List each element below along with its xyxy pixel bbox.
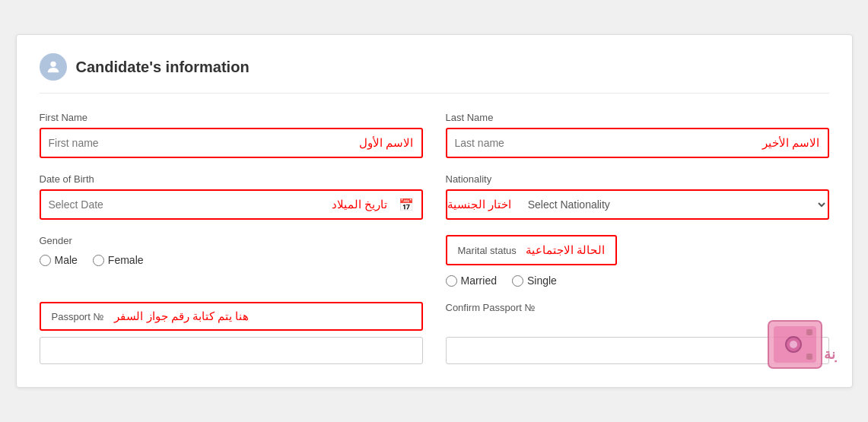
svg-text:خزنة: خزنة — [824, 347, 837, 363]
watermark: خزنة — [765, 317, 837, 375]
form-header: Candidate's information — [40, 53, 829, 94]
gender-female-text: Female — [108, 254, 144, 266]
last-name-group: Last Name الاسم الأخير — [446, 112, 829, 158]
svg-point-4 — [790, 341, 797, 348]
gender-female-radio[interactable] — [93, 255, 104, 266]
dob-arabic: تاريخ الميلاد — [221, 198, 388, 211]
svg-point-0 — [50, 62, 56, 67]
marital-label-box: Marital status الحالة الاجتماعية — [446, 235, 617, 265]
marital-single-text: Single — [527, 274, 557, 287]
nationality-arabic: اختار الجنسية — [447, 198, 517, 211]
marital-single-label[interactable]: Single — [512, 274, 557, 287]
passport-input[interactable] — [40, 337, 423, 364]
marital-label: Marital status — [458, 245, 517, 256]
nationality-label: Nationality — [446, 173, 829, 185]
dob-nationality-row: Date of Birth تاريخ الميلاد 📅 Nationalit… — [40, 173, 829, 220]
marital-married-label[interactable]: Married — [446, 274, 497, 287]
name-row: First Name الاسم الأول Last Name الاسم ا… — [40, 112, 829, 158]
gender-label: Gender — [40, 235, 423, 246]
page-title: Candidate's information — [76, 59, 250, 76]
candidate-form-card: Candidate's information First Name الاسم… — [16, 34, 853, 388]
last-name-field-wrapper: الاسم الأخير — [446, 128, 829, 158]
confirm-passport-label: Confirm Passport № — [446, 302, 829, 313]
marital-options: Married Single — [446, 274, 829, 287]
dob-label: Date of Birth — [40, 173, 423, 185]
svg-rect-5 — [806, 329, 812, 335]
gender-options: Male Female — [40, 254, 423, 266]
avatar-icon — [40, 53, 67, 81]
nationality-field-wrapper: اختار الجنسية Select Nationality Saudi A… — [446, 189, 829, 220]
last-name-input[interactable] — [455, 137, 634, 149]
dob-group: Date of Birth تاريخ الميلاد 📅 — [40, 173, 423, 220]
passport-row: Passport № هنا يتم كتابة رقم جواز السفر … — [40, 302, 829, 364]
gender-male-radio[interactable] — [40, 255, 51, 266]
first-name-group: First Name الاسم الأول — [40, 112, 423, 158]
gender-female-label[interactable]: Female — [93, 254, 144, 266]
passport-group: Passport № هنا يتم كتابة رقم جواز السفر — [40, 302, 423, 364]
gender-male-label[interactable]: Male — [40, 254, 78, 266]
dob-field-wrapper: تاريخ الميلاد 📅 — [40, 189, 423, 220]
passport-label: Passport № — [52, 311, 104, 322]
first-name-label: First Name — [40, 112, 423, 123]
first-name-arabic: الاسم الأول — [234, 136, 414, 150]
passport-arabic: هنا يتم كتابة رقم جواز السفر — [114, 309, 249, 323]
marital-group: Marital status الحالة الاجتماعية Married… — [446, 235, 829, 287]
first-name-input[interactable] — [49, 137, 228, 149]
last-name-label: Last Name — [446, 112, 829, 123]
marital-married-text: Married — [461, 274, 497, 287]
calendar-icon: 📅 — [399, 198, 414, 212]
nationality-select[interactable]: Select Nationality Saudi Arabian Egyptia… — [517, 191, 828, 218]
gender-marital-row: Gender Male Female Marital status الحالة… — [40, 235, 829, 287]
first-name-field-wrapper: الاسم الأول — [40, 128, 423, 158]
svg-rect-6 — [806, 354, 812, 360]
marital-arabic: الحالة الاجتماعية — [526, 243, 605, 257]
marital-single-radio[interactable] — [512, 275, 523, 287]
passport-label-box: Passport № هنا يتم كتابة رقم جواز السفر — [40, 302, 423, 331]
nationality-group: Nationality اختار الجنسية Select Nationa… — [446, 173, 829, 220]
watermark-svg: خزنة — [765, 317, 837, 372]
gender-male-text: Male — [55, 254, 78, 266]
marital-married-radio[interactable] — [446, 275, 457, 287]
gender-group: Gender Male Female — [40, 235, 423, 287]
dob-input[interactable] — [49, 198, 215, 211]
last-name-arabic: الاسم الأخير — [641, 136, 820, 150]
